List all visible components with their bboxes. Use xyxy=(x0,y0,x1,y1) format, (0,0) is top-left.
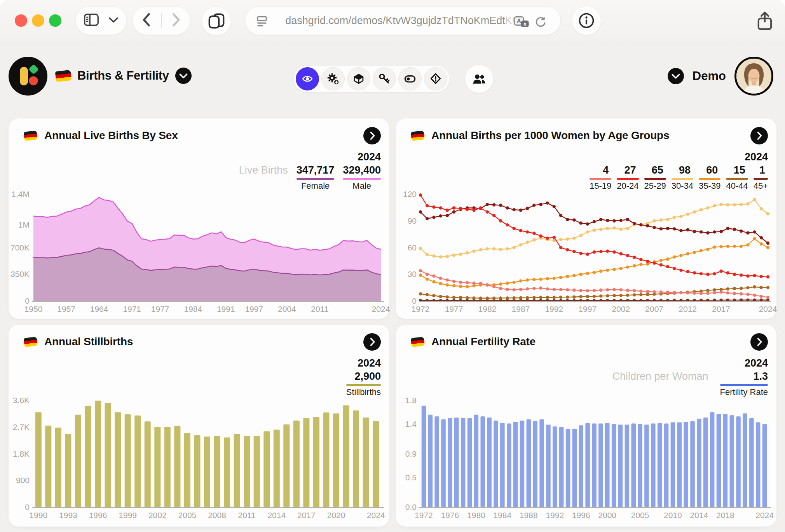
toggles-button[interactable] xyxy=(398,67,422,90)
avatar[interactable] xyxy=(734,57,773,96)
svg-text:1996: 1996 xyxy=(572,511,590,520)
svg-text:2014: 2014 xyxy=(267,511,286,520)
svg-text:2.7K: 2.7K xyxy=(13,422,30,431)
svg-text:1997: 1997 xyxy=(245,304,263,313)
view-button[interactable] xyxy=(296,67,319,90)
svg-text:60: 60 xyxy=(408,243,417,252)
translate-icon[interactable]: A x xyxy=(514,16,529,30)
svg-text:2002: 2002 xyxy=(148,511,167,520)
legend-underline xyxy=(590,178,611,180)
minimize-window-button[interactable] xyxy=(32,14,44,27)
legend-value: 1.3 xyxy=(753,370,768,382)
dashboard-grid: Annual Live Births By Sex 2024 Live Birt… xyxy=(9,118,776,527)
svg-text:1984: 1984 xyxy=(184,304,202,313)
svg-text:2011: 2011 xyxy=(311,304,328,313)
svg-text:2005: 2005 xyxy=(178,511,197,520)
german-flag-icon xyxy=(24,130,38,141)
back-icon[interactable] xyxy=(141,13,151,28)
german-flag-icon xyxy=(411,337,425,347)
account-menu-button[interactable] xyxy=(668,68,684,84)
german-flag-icon xyxy=(24,337,38,347)
data-cube-button[interactable] xyxy=(347,67,370,90)
nav-divider xyxy=(161,13,162,28)
legend-underline xyxy=(720,384,768,386)
forward-icon[interactable] xyxy=(171,13,181,28)
card-title: Annual Fertility Rate xyxy=(431,336,536,348)
svg-text:120: 120 xyxy=(403,190,417,198)
reader-mode-icon[interactable] xyxy=(255,16,269,29)
page-info-button[interactable] xyxy=(572,6,601,35)
chart-legend: 2024 Children per Woman 1.3 Fertility Ra… xyxy=(612,357,768,397)
legend-item: 65 25-29 xyxy=(644,164,666,191)
chevron-right-icon[interactable] xyxy=(363,127,381,144)
svg-text:2011: 2011 xyxy=(238,511,256,520)
card-stillbirths: Annual Stillbirths 2024 2,900 Stillbirth… xyxy=(9,325,389,527)
svg-text:1999: 1999 xyxy=(119,511,137,520)
legend-value: 15 xyxy=(734,164,748,176)
card-fertility-rate: Annual Fertility Rate 2024 Children per … xyxy=(396,325,776,527)
svg-text:2004: 2004 xyxy=(278,304,296,313)
access-keys-button[interactable] xyxy=(373,67,396,90)
legend-underline xyxy=(346,384,381,386)
svg-text:2000: 2000 xyxy=(598,511,616,520)
svg-text:30: 30 xyxy=(408,269,417,278)
sidebar-toggle-icon[interactable] xyxy=(84,13,99,28)
close-window-button[interactable] xyxy=(15,14,27,27)
settings-add-button[interactable] xyxy=(321,67,345,90)
svg-text:2014: 2014 xyxy=(690,511,708,520)
svg-text:1964: 1964 xyxy=(90,304,108,313)
svg-text:2007: 2007 xyxy=(645,304,663,313)
svg-text:0: 0 xyxy=(25,502,30,511)
svg-text:1.8K: 1.8K xyxy=(13,449,30,458)
chevron-right-icon[interactable] xyxy=(363,333,381,351)
share-audience-button[interactable] xyxy=(465,64,494,93)
legend-underline xyxy=(726,178,748,180)
dashboard-title: Births & Fertility xyxy=(77,69,169,83)
legend-underline xyxy=(672,178,693,180)
svg-text:2017: 2017 xyxy=(297,511,316,520)
card-title: Annual Births per 1000 Women by Age Grou… xyxy=(431,129,669,142)
svg-text:1950: 1950 xyxy=(24,304,43,313)
tab-group-chevron-icon[interactable] xyxy=(108,16,119,25)
app-logo[interactable] xyxy=(9,57,47,97)
tab-overview-button[interactable] xyxy=(202,6,231,36)
svg-text:1984: 1984 xyxy=(493,511,511,520)
legend-underline xyxy=(297,178,335,180)
chevron-right-icon[interactable] xyxy=(750,127,768,144)
legend-item: 2,900 Stillbirths xyxy=(346,370,381,397)
legend-item: 98 30-34 xyxy=(672,164,693,191)
alerts-button[interactable] xyxy=(424,67,447,90)
svg-text:1992: 1992 xyxy=(545,304,563,313)
svg-text:1996: 1996 xyxy=(89,511,107,520)
svg-text:1.4: 1.4 xyxy=(405,419,417,428)
svg-text:1M: 1M xyxy=(18,220,30,229)
dashboard-picker-button[interactable] xyxy=(175,68,192,84)
url-text[interactable]: dashgrid.com/demos/KtvW3gujdzTdTNoKmEdtK… xyxy=(285,15,520,27)
browser-window: dashgrid.com/demos/KtvW3gujdzTdTNoKmEdtK… xyxy=(0,0,785,532)
legend-value: 347,717 xyxy=(297,164,335,176)
legend-series-label: Children per Woman xyxy=(612,370,708,382)
address-bar[interactable]: dashgrid.com/demos/KtvW3gujdzTdTNoKmEdtK… xyxy=(245,6,561,35)
svg-text:3.6K: 3.6K xyxy=(13,396,30,405)
legend-year: 2024 xyxy=(239,151,381,163)
view-toolbar xyxy=(293,65,450,92)
legend-item: 329,400 Male xyxy=(343,164,381,191)
legend-value: 1 xyxy=(759,164,768,176)
account-name: Demo xyxy=(693,69,726,83)
legend-series-label: Live Births xyxy=(239,164,288,176)
german-flag-icon xyxy=(55,70,72,82)
svg-text:x: x xyxy=(523,21,527,27)
zoom-window-button[interactable] xyxy=(49,14,61,27)
share-icon[interactable] xyxy=(756,11,774,33)
svg-text:1990: 1990 xyxy=(29,511,47,520)
svg-text:1972: 1972 xyxy=(415,511,433,520)
svg-text:1982: 1982 xyxy=(478,304,497,313)
svg-text:1993: 1993 xyxy=(59,511,77,520)
svg-text:1988: 1988 xyxy=(520,511,538,520)
svg-text:0.0: 0.0 xyxy=(405,502,417,511)
svg-text:A: A xyxy=(517,18,522,24)
legend-item: 27 20-24 xyxy=(617,164,638,191)
reload-icon[interactable] xyxy=(534,16,546,30)
line-chart-age-groups: 0306090120197219771982198719921997200220… xyxy=(402,188,772,316)
chevron-right-icon[interactable] xyxy=(750,333,768,351)
